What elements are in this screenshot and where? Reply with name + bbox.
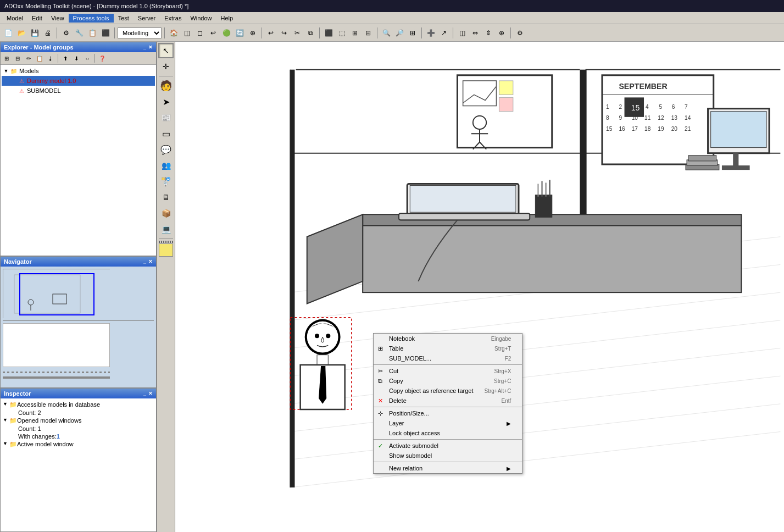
exp-btn3[interactable]: ✏ — [24, 53, 34, 63]
insp-item-1[interactable]: ▼ 📁 Accessible models in database — [3, 401, 154, 409]
exp-btn7[interactable]: ⬇ — [71, 53, 81, 63]
ctx-layer[interactable]: Layer ▶ — [374, 418, 522, 428]
tb17[interactable]: ⊟ — [362, 27, 374, 39]
undo-btn[interactable]: ↩ — [265, 27, 277, 39]
tb9[interactable]: ◻ — [194, 27, 206, 39]
explorer-minimize[interactable]: _ — [143, 45, 146, 50]
tool-laptop[interactable]: 💻 — [158, 221, 174, 237]
tb26[interactable]: ⊕ — [496, 27, 508, 39]
inspector-minimize[interactable]: _ — [143, 391, 146, 396]
tb7[interactable]: 🏠 — [168, 27, 180, 39]
tb15[interactable]: ⬚ — [336, 27, 348, 39]
tb20[interactable]: ⊞ — [407, 27, 419, 39]
ctx-copy[interactable]: ⧉ Copy Strg+C — [374, 376, 522, 386]
tb18[interactable]: 🔍 — [380, 27, 392, 39]
ctx-table[interactable]: ⊞ Table Strg+T — [374, 343, 522, 353]
exp-btn2[interactable]: ⊟ — [13, 53, 23, 63]
tb12[interactable]: 🔄 — [233, 27, 246, 39]
drawing-canvas[interactable]: SEPTEMBER 15 1 2 3 4 5 6 7 8 9 10 11 12 … — [175, 42, 784, 532]
copy-btn[interactable]: ⧉ — [304, 27, 316, 39]
tool-arrow[interactable]: ➤ — [158, 94, 174, 109]
ctx-notebook-shortcut: Eingabe — [480, 336, 511, 342]
menu-help[interactable]: Help — [216, 14, 238, 23]
expand-models[interactable]: ▼ — [3, 68, 9, 74]
tb24[interactable]: ⇔ — [469, 27, 481, 39]
cut-btn[interactable]: ✂ — [291, 27, 303, 39]
tb5[interactable]: 📋 — [86, 27, 98, 39]
ctx-new-relation[interactable]: New relation ▶ — [374, 463, 522, 473]
ctx-lock[interactable]: Lock object access — [374, 428, 522, 438]
print-btn[interactable]: 🖨 — [42, 27, 54, 39]
tool-monitor[interactable]: 🖥 — [158, 190, 174, 205]
tool-person[interactable]: 🧑 — [158, 78, 174, 93]
tool-box3d[interactable]: 📦 — [158, 206, 174, 221]
tb14[interactable]: ⬛ — [323, 27, 335, 39]
ctx-position[interactable]: ⊹ Position/Size... — [374, 408, 522, 418]
tool-document[interactable]: 📰 — [158, 110, 174, 125]
tool-sign[interactable]: 🚏 — [158, 174, 174, 189]
exp-btn4[interactable]: 📋 — [35, 53, 45, 63]
redo-btn[interactable]: ↪ — [278, 27, 290, 39]
exp-btn8[interactable]: ↔ — [82, 53, 92, 63]
tb22[interactable]: ↗ — [438, 27, 450, 39]
ctx-cut[interactable]: ✂ Cut Strg+X — [374, 366, 522, 376]
mode-dropdown[interactable]: Modelling — [118, 27, 162, 38]
tool-speech[interactable]: 💬 — [158, 142, 174, 157]
tool-color-box[interactable] — [159, 243, 173, 257]
exp-btn9[interactable]: ❓ — [97, 53, 107, 63]
exp-btn1[interactable]: ⊞ — [2, 53, 12, 63]
tb6[interactable]: ⬛ — [99, 27, 112, 39]
tree-models-root[interactable]: ▼ 📁 Models — [2, 66, 155, 76]
ctx-activate-submodel[interactable]: ✓ Activate submodel — [374, 441, 522, 451]
new-btn[interactable]: 📄 — [2, 27, 14, 39]
menu-model[interactable]: Model — [2, 14, 27, 23]
menu-view[interactable]: View — [47, 14, 69, 23]
tb13[interactable]: ⊕ — [247, 27, 259, 39]
exp-btn5[interactable]: ⭳ — [46, 53, 55, 63]
open-btn[interactable]: 📂 — [15, 27, 27, 39]
ctx-submodel[interactable]: SUB_MODEL... F2 — [374, 353, 522, 363]
tree-dummy-model[interactable]: ⚠ Dummy model 1.0 — [2, 76, 155, 86]
ctx-show-submodel[interactable]: Show submodel — [374, 451, 522, 461]
menu-window[interactable]: Window — [186, 14, 216, 23]
insp-expand-3[interactable]: ▼ — [3, 441, 9, 446]
insp-expand-2[interactable]: ▼ — [3, 417, 9, 423]
insp-item-3[interactable]: ▼ 📁 Opened model windows — [3, 417, 154, 425]
tb3[interactable]: ⚙ — [60, 27, 72, 39]
ctx-notebook[interactable]: Notebook Eingabe — [374, 334, 522, 343]
svg-rect-69 — [410, 186, 516, 213]
tb25[interactable]: ⇕ — [482, 27, 494, 39]
tree-submodel[interactable]: ⚠ SUBMODEL — [2, 86, 155, 96]
tool-crosshair[interactable]: ✛ — [158, 59, 174, 74]
tool-pointer[interactable]: ↖ — [158, 43, 174, 58]
tool-group[interactable]: 👥 — [158, 158, 174, 173]
save-btn[interactable]: 💾 — [29, 27, 41, 39]
main-layout: Explorer - Model groups _ ✕ ⊞ ⊟ ✏ 📋 ⭳ ⬆ … — [0, 42, 784, 532]
tb27[interactable]: ⚙ — [514, 27, 526, 39]
nav-minimize[interactable]: _ — [143, 259, 146, 264]
insp-badge: 1 — [57, 433, 60, 440]
tb10[interactable]: ↩ — [207, 27, 219, 39]
tb4[interactable]: 🔧 — [73, 27, 85, 39]
tb21[interactable]: ➕ — [425, 27, 437, 39]
insp-item-6[interactable]: ▼ 📁 Active model window — [3, 440, 154, 448]
tb11[interactable]: 🟢 — [220, 27, 232, 39]
explorer-close[interactable]: ✕ — [148, 45, 153, 50]
tb23[interactable]: ◫ — [456, 27, 468, 39]
tb16[interactable]: ⊞ — [349, 27, 361, 39]
menu-test[interactable]: Test — [114, 14, 134, 23]
menu-processtools[interactable]: Process tools — [69, 14, 114, 23]
ctx-delete[interactable]: ✕ Delete Entf — [374, 396, 522, 406]
exp-btn6[interactable]: ⬆ — [60, 53, 70, 63]
insp-expand-1[interactable]: ▼ — [3, 401, 9, 407]
nav-close[interactable]: ✕ — [148, 259, 153, 264]
inspector-close[interactable]: ✕ — [148, 391, 153, 396]
menu-extras[interactable]: Extras — [160, 14, 186, 23]
ctx-copy-ref[interactable]: Copy object as reference target Strg+Alt… — [374, 386, 522, 396]
tb19[interactable]: 🔎 — [393, 27, 405, 39]
menu-edit[interactable]: Edit — [27, 14, 47, 23]
tb8[interactable]: ◫ — [181, 27, 193, 39]
menu-server[interactable]: Server — [134, 14, 160, 23]
tool-rectangle[interactable]: ▭ — [158, 126, 174, 141]
svg-text:SEPTEMBER: SEPTEMBER — [619, 82, 667, 91]
